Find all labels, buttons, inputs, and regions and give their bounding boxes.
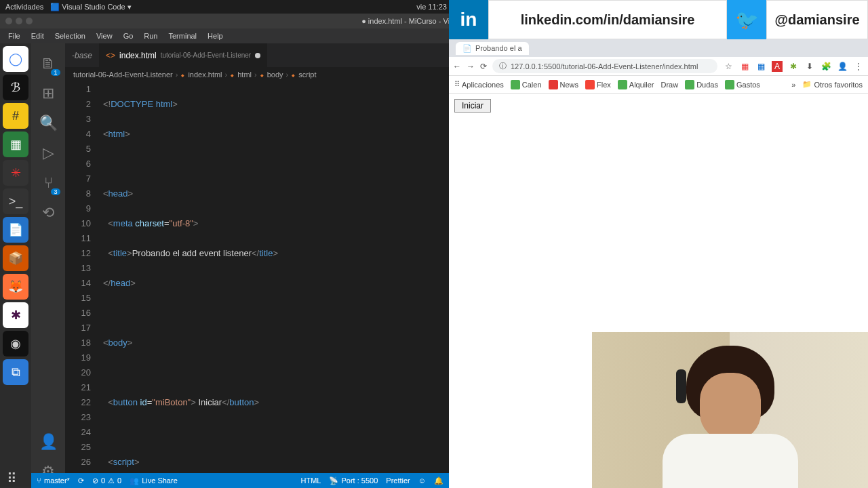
port-button[interactable]: 📡 Port : 5500: [329, 476, 378, 485]
terminal-icon[interactable]: >_: [3, 188, 28, 214]
other-bookmarks[interactable]: 📁 Otros favoritos: [802, 80, 863, 89]
social-banner: in linkedin.com/in/damiansire 🐦 @damians…: [449, 0, 868, 39]
bookmark[interactable]: Dudas: [685, 80, 718, 89]
git-branch[interactable]: ⑂ master*: [37, 476, 70, 485]
firefox-icon[interactable]: 🦊: [3, 274, 28, 300]
html-file-icon: <>: [106, 51, 115, 60]
avatar[interactable]: 👤: [837, 61, 848, 72]
calc-icon[interactable]: ▦: [3, 131, 28, 157]
bookmark[interactable]: Flex: [585, 80, 611, 89]
linkedin-icon: in: [449, 0, 488, 39]
ext-icon[interactable]: ▦: [755, 61, 766, 72]
obs-icon[interactable]: ◉: [3, 331, 28, 357]
writer-icon[interactable]: 📄: [3, 217, 28, 243]
ext-icon[interactable]: ▦: [739, 61, 750, 72]
line-gutter: 1234567891011121314151617181920212223242…: [65, 82, 103, 487]
bell-icon[interactable]: 🔔: [434, 476, 443, 485]
menu-terminal[interactable]: Terminal: [165, 30, 201, 41]
linkedin-handle: linkedin.com/in/damiansire: [488, 0, 727, 39]
sync-icon[interactable]: ⟲: [32, 198, 64, 228]
app-icon[interactable]: ✳: [3, 160, 28, 186]
menu-edit[interactable]: Edit: [27, 30, 48, 41]
webcam-overlay: [592, 332, 868, 488]
browser-toolbar: ← → ⟳ ⓘ 127.0.0.1:5500/tutorial-06-Add-E…: [449, 57, 868, 76]
star-icon[interactable]: ☆: [723, 61, 734, 72]
ext-icon[interactable]: ⬇: [804, 61, 815, 72]
window-controls[interactable]: [5, 18, 33, 24]
ubuntu-launcher: ◯ ℬ # ▦ ✳ >_ 📄 📦 🦊 ✱ ◉ ⧉: [0, 43, 31, 487]
bookmark[interactable]: Calen: [511, 80, 542, 89]
activities-menu[interactable]: Actividades: [5, 3, 43, 12]
app-icon[interactable]: ℬ: [3, 75, 28, 100]
feedback-icon[interactable]: ☺: [418, 476, 426, 485]
prettier-button[interactable]: Prettier: [386, 476, 410, 485]
twitter-icon: 🐦: [727, 0, 766, 39]
tab-label: index.html: [119, 51, 157, 60]
run-icon[interactable]: ▷: [32, 138, 64, 168]
address-bar[interactable]: ⓘ 127.0.0.1:5500/tutorial-06-Add-Event-L…: [492, 59, 717, 73]
menu-run[interactable]: Run: [140, 30, 161, 41]
menu-view[interactable]: View: [92, 30, 117, 41]
menu-go[interactable]: Go: [119, 30, 138, 41]
app-icon[interactable]: #: [3, 103, 28, 129]
vscode-icon[interactable]: ⧉: [3, 359, 28, 385]
tab-inactive[interactable]: -base: [65, 43, 99, 67]
chromium-icon[interactable]: ◯: [3, 46, 28, 72]
bookmarks-bar: ⠿ Aplicaciones Calen News Flex Alquiler …: [449, 76, 868, 94]
menu-selection[interactable]: Selection: [51, 30, 90, 41]
bookmark[interactable]: Alquiler: [618, 80, 654, 89]
source-control-icon[interactable]: ⑂3: [32, 168, 64, 198]
status-bar: ⑂ master* ⟳ ⊘ 0 ⚠ 0 👥 Live Share HTML 📡 …: [31, 473, 449, 488]
tab-index-html[interactable]: <> index.html tutorial-06-Add-Event-List…: [99, 43, 267, 67]
bookmark[interactable]: News: [549, 80, 579, 89]
browser-tab[interactable]: 📄 Probando el a: [456, 42, 529, 55]
show-apps-icon[interactable]: ⠿: [7, 470, 17, 487]
unsaved-dot-icon: [255, 53, 260, 58]
bookmark-overflow[interactable]: »: [791, 81, 795, 89]
search-icon[interactable]: 🔍: [32, 108, 64, 138]
iniciar-button[interactable]: Iniciar: [454, 99, 491, 113]
problems-button[interactable]: ⊘ 0 ⚠ 0: [92, 476, 121, 485]
back-icon[interactable]: ←: [453, 62, 461, 71]
slack-icon[interactable]: ✱: [3, 302, 28, 328]
bookmark[interactable]: Gastos: [725, 80, 760, 89]
forward-icon[interactable]: →: [467, 62, 475, 71]
right-panel: in linkedin.com/in/damiansire 🐦 @damians…: [449, 0, 868, 488]
language-mode[interactable]: HTML: [301, 476, 321, 485]
explorer-icon[interactable]: 🗎1: [32, 49, 64, 79]
extensions-icon[interactable]: ⊞: [32, 79, 64, 108]
menu-file[interactable]: File: [4, 30, 24, 41]
app-icon[interactable]: 📦: [3, 245, 28, 271]
clock[interactable]: vie 11:23 •: [416, 3, 452, 11]
live-share-button[interactable]: 👥 Live Share: [130, 476, 178, 485]
account-icon[interactable]: 👤: [32, 427, 64, 457]
ext-icon[interactable]: ✱: [788, 61, 799, 72]
puzzle-icon[interactable]: 🧩: [821, 61, 831, 72]
browser-tabstrip: 📄 Probando el a: [449, 39, 868, 57]
menu-icon[interactable]: ⋮: [853, 61, 864, 72]
menu-help[interactable]: Help: [203, 30, 227, 41]
app-menu[interactable]: 🟦 Visual Studio Code ▾: [50, 3, 131, 12]
apps-bookmark[interactable]: ⠿ Aplicaciones: [454, 80, 504, 89]
twitter-handle: @damiansire: [766, 0, 868, 39]
bookmark[interactable]: Draw: [661, 81, 679, 89]
activity-bar: 🗎1 ⊞ 🔍 ▷ ⑂3 ⟲ 👤 ⚙: [31, 43, 65, 487]
tab-sublabel: tutorial-06-Add-Event-Listener: [161, 52, 251, 59]
ext-icon[interactable]: A: [772, 61, 783, 72]
sync-button[interactable]: ⟳: [78, 476, 84, 485]
reload-icon[interactable]: ⟳: [480, 62, 487, 71]
